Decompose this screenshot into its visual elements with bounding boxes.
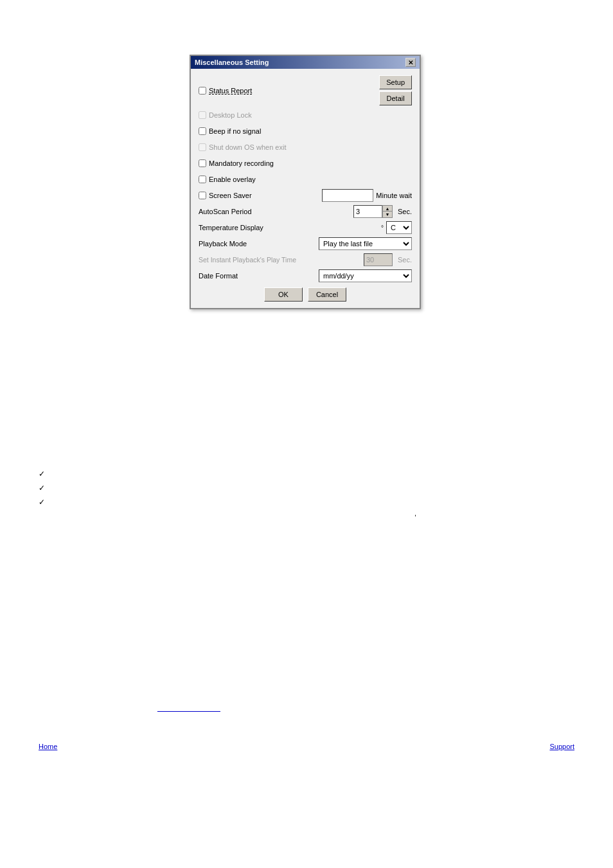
beep-no-signal-checkbox[interactable] <box>199 127 206 135</box>
cancel-button[interactable]: Cancel <box>308 287 346 302</box>
action-buttons-row: OK Cancel <box>199 287 412 302</box>
screen-saver-right: Minute wait <box>322 189 412 202</box>
status-report-row: Status Report Setup Detail <box>199 75 412 105</box>
bottom-link-left[interactable]: Home <box>39 743 57 750</box>
bottom-link-right[interactable]: Support <box>549 743 574 750</box>
autoscan-spinbox: ▲ ▼ <box>353 205 393 218</box>
instant-playback-label: Set Instant Playback's Play Time <box>199 256 296 264</box>
shutdown-os-row: Shut down OS when exit <box>199 141 412 154</box>
detail-button[interactable]: Detail <box>379 91 412 105</box>
setup-button[interactable]: Setup <box>379 75 412 89</box>
playback-mode-row: Playback Mode Play the last file Instant… <box>199 237 412 250</box>
checkmark-item-2: ✓ <box>39 484 45 493</box>
instant-playback-row: Set Instant Playback's Play Time Sec. <box>199 253 412 266</box>
enable-overlay-checkbox[interactable] <box>199 176 206 183</box>
date-format-select[interactable]: mm/dd/yy dd/mm/yy yy/mm/dd <box>319 269 412 282</box>
autoscan-right: ▲ ▼ Sec. <box>353 205 412 218</box>
playback-mode-select[interactable]: Play the last file Instant Playback All … <box>319 237 412 250</box>
temperature-right: ° C F <box>381 221 412 234</box>
temperature-select[interactable]: C F <box>386 221 412 234</box>
instant-playback-input <box>364 253 393 266</box>
mandatory-recording-row: Mandatory recording <box>199 157 412 170</box>
beep-no-signal-row: Beep if no signal <box>199 125 412 138</box>
date-format-label-container: Date Format <box>199 272 319 280</box>
spin-up-button[interactable]: ▲ <box>383 206 392 212</box>
checkmark-item-1: ✓ <box>39 469 45 478</box>
beep-no-signal-label[interactable]: Beep if no signal <box>199 127 261 135</box>
checkmark-1: ✓ <box>39 469 45 478</box>
dialog-body: Status Report Setup Detail Desktop Lock <box>191 69 420 308</box>
spinbox-buttons: ▲ ▼ <box>382 205 393 218</box>
mandatory-recording-label[interactable]: Mandatory recording <box>199 159 274 167</box>
checkmark-3: ✓ <box>39 498 45 507</box>
status-report-left: Status Report <box>199 87 379 95</box>
minute-wait-label: Minute wait <box>376 192 412 199</box>
instant-playback-right: Sec. <box>364 253 412 266</box>
temperature-label-container: Temperature Display <box>199 224 381 231</box>
temperature-display-label: Temperature Display <box>199 224 282 231</box>
autoscan-label-container: AutoScan Period <box>199 208 353 215</box>
close-icon: ✕ <box>408 59 413 66</box>
screen-saver-label[interactable]: Screen Saver <box>199 192 252 199</box>
miscellaneous-setting-dialog: Miscellaneous Setting ✕ Status Report Se… <box>190 55 421 309</box>
screen-saver-left: Screen Saver <box>199 192 322 199</box>
status-report-label[interactable]: Status Report <box>199 87 252 95</box>
setup-detail-buttons: Setup Detail <box>379 75 412 105</box>
screen-saver-checkbox[interactable] <box>199 192 206 199</box>
dialog-container: Miscellaneous Setting ✕ Status Report Se… <box>190 55 421 309</box>
close-button[interactable]: ✕ <box>405 58 416 67</box>
shutdown-os-label: Shut down OS when exit <box>199 143 286 151</box>
ok-button[interactable]: OK <box>264 287 303 302</box>
desktop-lock-row: Desktop Lock <box>199 109 412 122</box>
small-comma: , <box>414 509 416 517</box>
dialog-title: Miscellaneous Setting <box>195 59 269 66</box>
enable-overlay-label[interactable]: Enable overlay <box>199 176 256 183</box>
instant-playback-unit: Sec. <box>398 256 412 264</box>
playback-mode-label-container: Playback Mode <box>199 240 319 248</box>
shutdown-os-checkbox <box>199 143 206 151</box>
playback-mode-right: Play the last file Instant Playback All … <box>319 237 412 250</box>
dialog-titlebar: Miscellaneous Setting ✕ <box>191 56 420 69</box>
link1[interactable]: ________________ <box>157 704 220 712</box>
autoscan-unit: Sec. <box>398 208 412 215</box>
desktop-lock-label: Desktop Lock <box>199 111 252 119</box>
desktop-lock-checkbox <box>199 111 206 119</box>
temperature-display-row: Temperature Display ° C F <box>199 221 412 234</box>
spin-down-button[interactable]: ▼ <box>383 212 392 217</box>
screen-saver-input[interactable] <box>322 189 373 202</box>
mandatory-recording-checkbox[interactable] <box>199 159 206 167</box>
autoscan-input[interactable] <box>353 205 382 218</box>
instant-playback-label-container: Set Instant Playback's Play Time <box>199 256 364 264</box>
degree-symbol: ° <box>381 224 384 231</box>
checkmark-item-3: ✓ <box>39 498 45 507</box>
checkmarks-section: ✓ ✓ ✓ <box>39 469 45 512</box>
autoscan-period-row: AutoScan Period ▲ ▼ Sec. <box>199 205 412 218</box>
status-report-checkbox[interactable] <box>199 87 206 95</box>
date-format-row: Date Format mm/dd/yy dd/mm/yy yy/mm/dd <box>199 269 412 282</box>
playback-mode-label: Playback Mode <box>199 240 282 248</box>
date-format-right: mm/dd/yy dd/mm/yy yy/mm/dd <box>319 269 412 282</box>
enable-overlay-row: Enable overlay <box>199 173 412 186</box>
autoscan-period-label: AutoScan Period <box>199 208 282 215</box>
checkmark-2: ✓ <box>39 484 45 493</box>
date-format-label: Date Format <box>199 272 282 280</box>
screen-saver-row: Screen Saver Minute wait <box>199 189 412 202</box>
